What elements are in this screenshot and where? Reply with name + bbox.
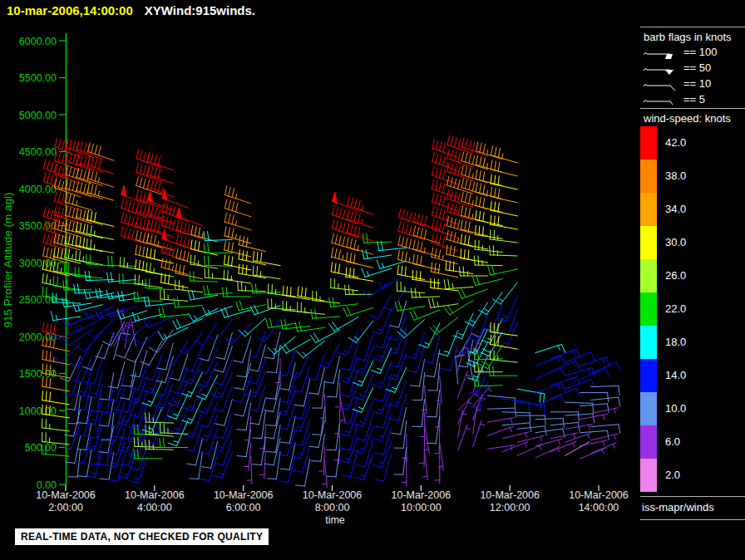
x-tick-time: 8:00:00 <box>315 502 350 513</box>
wind-barb <box>435 456 440 484</box>
wind-barb <box>190 272 218 282</box>
y-tick-label: 4500.00 <box>19 146 57 158</box>
legend-row-50: == 50 <box>642 61 711 75</box>
wind-barb <box>200 401 218 427</box>
wind-barb <box>458 399 472 424</box>
wind-barb <box>148 200 174 210</box>
colorbar-label: 2.0 <box>665 469 680 481</box>
wind-barb-plot-canvas[interactable]: 0.00500.001000.001500.002000.002500.0030… <box>0 0 745 560</box>
wind-barb <box>215 400 232 426</box>
wind-barb <box>500 309 517 335</box>
wind-barb <box>136 177 162 194</box>
wind-barb <box>410 360 424 386</box>
wind-barb <box>444 280 473 289</box>
wind-barb <box>327 449 340 477</box>
wind-barb <box>580 449 606 459</box>
wind-barb <box>473 276 503 286</box>
wind-barb <box>250 398 266 425</box>
wind-barb <box>107 273 136 282</box>
barb-flag-5-icon <box>642 93 678 106</box>
wind-barb <box>280 363 295 390</box>
wind-barb <box>200 428 218 454</box>
y-tick-label: 6000.00 <box>19 36 57 47</box>
wind-barb <box>309 367 324 394</box>
colorbar-swatch-42.0 <box>640 126 657 160</box>
wind-barb <box>268 299 295 310</box>
wind-barb <box>432 206 458 224</box>
wind-barb <box>266 372 280 400</box>
wind-barb <box>458 289 488 299</box>
wind-barb <box>296 459 310 486</box>
wind-barb <box>249 345 265 371</box>
wind-barb <box>346 268 373 281</box>
wind-barb <box>410 310 440 320</box>
wind-barb <box>580 440 607 446</box>
x-tick-date: 10-Mar-2006 <box>392 489 451 501</box>
wind-barb <box>239 236 265 252</box>
x-tick-date: 10-Mar-2006 <box>36 489 96 501</box>
wind-barb <box>456 327 472 353</box>
wind-barb <box>120 413 136 440</box>
colorbar-label: 14.0 <box>665 369 686 381</box>
colorbar-label: 34.0 <box>665 203 686 215</box>
wind-barb <box>323 460 328 488</box>
wind-barb <box>293 420 309 446</box>
colorbar-swatch-2.0 <box>640 459 657 492</box>
wind-barb <box>430 317 458 334</box>
wind-barb <box>535 439 562 446</box>
wind-barb <box>298 287 324 301</box>
colorbar-swatch-18.0 <box>640 326 657 359</box>
colorbar-label: 22.0 <box>665 302 686 315</box>
wind-barb <box>144 317 174 327</box>
wind-barb <box>237 403 251 430</box>
wind-barb <box>281 340 310 354</box>
y-tick-label: 500.00 <box>25 442 57 454</box>
wind-barb <box>591 386 619 395</box>
colorbar-label: 18.0 <box>665 336 686 348</box>
wind-barb <box>362 249 391 258</box>
wind-barb <box>420 440 425 467</box>
wind-barb <box>375 428 392 454</box>
wind-barb <box>456 355 465 384</box>
wind-barb <box>313 292 340 304</box>
wind-barb <box>389 341 407 366</box>
wind-barb <box>488 418 516 423</box>
wind-barb <box>298 302 325 314</box>
wind-barb <box>580 357 610 366</box>
wind-barb <box>297 341 325 357</box>
wind-barb <box>177 216 203 225</box>
wind-barb <box>412 400 424 427</box>
colorbar-swatch-38.0 <box>640 160 657 193</box>
wind-barb <box>343 307 373 317</box>
wind-barb <box>374 401 391 428</box>
wind-barb <box>591 408 618 414</box>
colorbar-swatch-30.0 <box>640 226 657 259</box>
wind-barb <box>327 423 340 450</box>
legend-label-5: == 5 <box>683 93 705 106</box>
colorbar-label: 30.0 <box>665 236 686 248</box>
wind-barb <box>77 423 91 449</box>
wind-barb <box>146 440 174 450</box>
colorbar-label: 10.0 <box>665 402 686 415</box>
wind-barb <box>363 282 391 297</box>
wind-barb <box>86 239 114 253</box>
wind-barb <box>390 301 407 327</box>
wind-barb <box>488 426 514 435</box>
wind-barb <box>146 248 173 263</box>
wind-barb <box>488 395 516 407</box>
wind-barb <box>356 441 372 468</box>
wind-barb <box>565 442 590 456</box>
wind-barb <box>432 153 458 171</box>
x-tick-time: 10:00:00 <box>401 502 442 513</box>
wind-barb <box>488 265 517 275</box>
wind-barb <box>73 318 102 331</box>
wind-barb <box>88 143 114 161</box>
y-axis-label: 915 Profiler Altitude (m agl) <box>2 193 14 328</box>
legend-separator-mid <box>640 108 745 109</box>
y-tick-label: 5000.00 <box>19 110 57 121</box>
legend-label-100: == 100 <box>683 46 718 58</box>
wind-barb <box>490 351 517 362</box>
wind-barb <box>356 334 373 360</box>
wind-barb <box>283 301 310 312</box>
wind-barb <box>491 160 517 176</box>
